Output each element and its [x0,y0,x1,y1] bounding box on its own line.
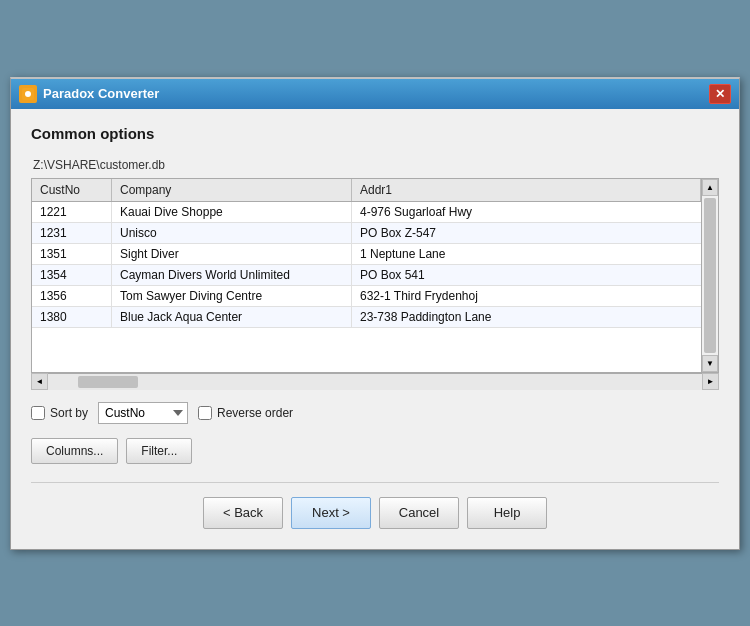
scroll-down-btn[interactable]: ▼ [702,355,718,372]
app-icon [19,85,37,103]
cell-company: Cayman Divers World Unlimited [112,265,352,285]
section-title: Common options [31,125,719,142]
cell-company: Kauai Dive Shoppe [112,202,352,222]
data-table[interactable]: CustNo Company Addr1 1221 Kauai Dive Sho… [31,178,719,373]
table-row[interactable]: 1231 Unisco PO Box Z-547 [32,223,718,244]
svg-point-1 [25,91,31,97]
reverse-order-checkbox[interactable] [198,406,212,420]
cell-addr1: 23-738 Paddington Lane [352,307,718,327]
table-row[interactable]: 1221 Kauai Dive Shoppe 4-976 Sugarloaf H… [32,202,718,223]
file-path: Z:\VSHARE\customer.db [31,158,719,172]
reverse-order-label[interactable]: Reverse order [198,406,293,420]
options-row: Sort by CustNoCompanyAddr1 Reverse order [31,402,719,424]
col-header-company: Company [112,179,352,201]
table-row[interactable]: 1356 Tom Sawyer Diving Centre 632-1 Thir… [32,286,718,307]
cell-company: Sight Diver [112,244,352,264]
cell-custno: 1351 [32,244,112,264]
scroll-left-btn[interactable]: ◄ [31,373,48,390]
cell-company: Unisco [112,223,352,243]
table-header: CustNo Company Addr1 [32,179,718,202]
horiz-track[interactable] [48,374,702,390]
close-button[interactable]: ✕ [709,84,731,104]
table-body[interactable]: 1221 Kauai Dive Shoppe 4-976 Sugarloaf H… [32,202,718,369]
sort-by-label: Sort by [50,406,88,420]
window-title: Paradox Converter [43,86,159,101]
back-button[interactable]: < Back [203,497,283,529]
cell-custno: 1231 [32,223,112,243]
sort-by-dropdown[interactable]: CustNoCompanyAddr1 [98,402,188,424]
horizontal-scrollbar[interactable]: ◄ ► [31,373,719,390]
table-row[interactable]: 1351 Sight Diver 1 Neptune Lane [32,244,718,265]
cell-custno: 1354 [32,265,112,285]
filter-button[interactable]: Filter... [126,438,192,464]
table-row[interactable]: 1380 Blue Jack Aqua Center 23-738 Paddin… [32,307,718,328]
cell-company: Tom Sawyer Diving Centre [112,286,352,306]
help-button[interactable]: Help [467,497,547,529]
table-wrapper: CustNo Company Addr1 1221 Kauai Dive Sho… [31,178,719,390]
reverse-order-text: Reverse order [217,406,293,420]
cell-custno: 1380 [32,307,112,327]
cell-addr1: 632-1 Third Frydenhoj [352,286,718,306]
scroll-thumb[interactable] [704,198,716,353]
sort-by-checkbox[interactable] [31,406,45,420]
title-bar-left: Paradox Converter [19,85,159,103]
table-row[interactable]: 1354 Cayman Divers World Unlimited PO Bo… [32,265,718,286]
cancel-button[interactable]: Cancel [379,497,459,529]
columns-button[interactable]: Columns... [31,438,118,464]
cell-addr1: 1 Neptune Lane [352,244,718,264]
scroll-up-btn[interactable]: ▲ [702,179,718,196]
scroll-right-btn[interactable]: ► [702,373,719,390]
sort-by-checkbox-label[interactable]: Sort by [31,406,88,420]
col-header-addr1: Addr1 [352,179,701,201]
vertical-scrollbar[interactable]: ▲ ▼ [701,179,718,372]
cell-addr1: PO Box 541 [352,265,718,285]
horiz-thumb[interactable] [78,376,138,388]
action-buttons-row: Columns... Filter... [31,438,719,464]
cell-addr1: PO Box Z-547 [352,223,718,243]
footer-buttons: < Back Next > Cancel Help [31,497,719,533]
title-bar: Paradox Converter ✕ [11,79,739,109]
next-button[interactable]: Next > [291,497,371,529]
col-header-custno: CustNo [32,179,112,201]
cell-custno: 1356 [32,286,112,306]
window-body: Common options Z:\VSHARE\customer.db Cus… [11,109,739,549]
cell-custno: 1221 [32,202,112,222]
main-window: Paradox Converter ✕ Common options Z:\VS… [10,77,740,550]
cell-addr1: 4-976 Sugarloaf Hwy [352,202,718,222]
cell-company: Blue Jack Aqua Center [112,307,352,327]
divider [31,482,719,483]
